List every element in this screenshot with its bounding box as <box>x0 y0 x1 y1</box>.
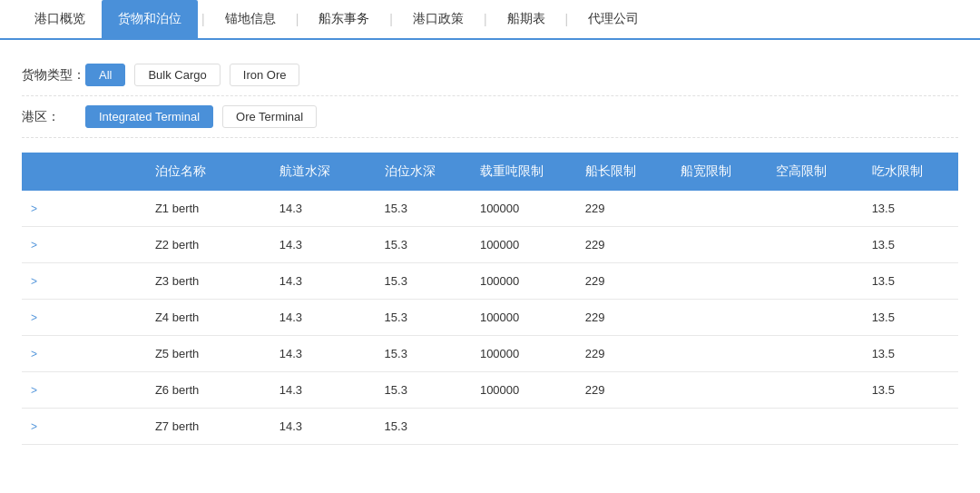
cell-dwt <box>471 409 576 445</box>
th-expand <box>22 153 146 191</box>
cell-width <box>671 191 767 227</box>
cell-height <box>767 336 862 372</box>
top-navigation: 港口概览 货物和泊位 | 锚地信息 | 船东事务 | 港口政策 | 船期表 | … <box>0 0 980 40</box>
cell-dwt: 100000 <box>471 263 576 300</box>
cell-height <box>767 372 862 409</box>
cell-depth: 15.3 <box>376 227 471 263</box>
nav-item-shipowner[interactable]: 船东事务 <box>302 0 386 38</box>
cell-name: Z5 berth <box>146 336 270 372</box>
cell-depth: 15.3 <box>376 263 471 300</box>
cell-channel: 14.3 <box>270 300 376 336</box>
th-height: 空高限制 <box>767 153 862 191</box>
th-draft: 吃水限制 <box>863 153 958 191</box>
cargo-type-filter-row: 货物类型： All Bulk Cargo Iron Ore <box>22 54 958 96</box>
table-row[interactable]: >Z7 berth14.315.3 <box>22 409 958 445</box>
cell-depth: 15.3 <box>376 372 471 409</box>
cell-width <box>671 372 767 409</box>
cell-depth: 15.3 <box>376 191 471 227</box>
nav-item-overview[interactable]: 港口概览 <box>18 0 102 38</box>
cell-dwt: 100000 <box>471 227 576 263</box>
cell-name: Z4 berth <box>146 300 270 336</box>
cell-width <box>671 336 767 372</box>
expand-arrow-icon[interactable]: > <box>31 420 43 433</box>
cell-draft: 13.5 <box>863 191 958 227</box>
expand-arrow-icon[interactable]: > <box>31 239 43 251</box>
cell-draft: 13.5 <box>863 336 958 372</box>
nav-item-agent[interactable]: 代理公司 <box>572 0 655 38</box>
cell-dwt: 100000 <box>471 191 576 227</box>
cell-name: Z1 berth <box>146 191 270 227</box>
th-width: 船宽限制 <box>671 153 767 191</box>
cell-channel: 14.3 <box>270 372 376 409</box>
cell-dwt: 100000 <box>471 300 576 336</box>
nav-item-schedule[interactable]: 船期表 <box>491 0 562 38</box>
table-row[interactable]: >Z4 berth14.315.310000022913.5 <box>22 300 958 336</box>
cell-name: Z2 berth <box>146 227 270 263</box>
cargo-filter-buttons: All Bulk Cargo Iron Ore <box>85 64 299 86</box>
table-row[interactable]: >Z1 berth14.315.310000022913.5 <box>22 191 958 227</box>
expand-arrow-icon[interactable]: > <box>31 275 43 288</box>
terminal-filter-ore[interactable]: Ore Terminal <box>222 105 317 128</box>
expand-arrow-icon[interactable]: > <box>31 202 43 215</box>
cell-length: 229 <box>576 300 671 336</box>
cell-depth: 15.3 <box>376 300 471 336</box>
table-row[interactable]: >Z6 berth14.315.310000022913.5 <box>22 372 958 409</box>
cell-draft: 13.5 <box>863 372 958 409</box>
nav-separator-4: | <box>480 12 491 26</box>
cell-height <box>767 227 862 263</box>
cell-width <box>671 263 767 300</box>
cell-channel: 14.3 <box>270 263 376 300</box>
cell-channel: 14.3 <box>270 409 376 445</box>
berth-table: 泊位名称 航道水深 泊位水深 载重吨限制 船长限制 船宽限制 空高限制 吃水限制… <box>22 153 958 445</box>
nav-item-cargo[interactable]: 货物和泊位 <box>102 0 198 38</box>
cell-height <box>767 300 862 336</box>
terminal-filter-integrated[interactable]: Integrated Terminal <box>85 105 213 128</box>
cell-name: Z7 berth <box>146 409 270 445</box>
cell-length: 229 <box>576 372 671 409</box>
nav-item-policy[interactable]: 港口政策 <box>397 0 480 38</box>
cargo-filter-all[interactable]: All <box>85 64 125 86</box>
terminal-filter-buttons: Integrated Terminal Ore Terminal <box>85 105 317 128</box>
cell-dwt: 100000 <box>471 336 576 372</box>
table-row[interactable]: >Z2 berth14.315.310000022913.5 <box>22 227 958 263</box>
table-row[interactable]: >Z3 berth14.315.310000022913.5 <box>22 263 958 300</box>
cargo-filter-iron[interactable]: Iron Ore <box>230 64 300 86</box>
cell-length: 229 <box>576 263 671 300</box>
expand-arrow-icon[interactable]: > <box>31 311 43 324</box>
terminal-filter-label: 港区： <box>22 109 85 125</box>
th-berth-depth: 泊位水深 <box>376 153 471 191</box>
cell-channel: 14.3 <box>270 227 376 263</box>
th-berth-name: 泊位名称 <box>146 153 270 191</box>
cell-length: 229 <box>576 191 671 227</box>
cell-depth: 15.3 <box>376 336 471 372</box>
filter-section: 货物类型： All Bulk Cargo Iron Ore 港区： Integr… <box>0 40 980 138</box>
cell-name: Z3 berth <box>146 263 270 300</box>
cell-draft: 13.5 <box>863 263 958 300</box>
nav-separator-3: | <box>386 12 397 26</box>
cell-height <box>767 263 862 300</box>
nav-separator-1: | <box>198 12 209 26</box>
terminal-filter-row: 港区： Integrated Terminal Ore Terminal <box>22 96 958 138</box>
cell-height <box>767 409 862 445</box>
th-length: 船长限制 <box>576 153 671 191</box>
expand-arrow-icon[interactable]: > <box>31 348 43 360</box>
cell-draft <box>863 409 958 445</box>
table-row[interactable]: >Z5 berth14.315.310000022913.5 <box>22 336 958 372</box>
nav-item-anchorage[interactable]: 锚地信息 <box>209 0 292 38</box>
cell-height <box>767 191 862 227</box>
cell-draft: 13.5 <box>863 227 958 263</box>
cell-length <box>576 409 671 445</box>
expand-arrow-icon[interactable]: > <box>31 384 43 397</box>
table-header-row: 泊位名称 航道水深 泊位水深 载重吨限制 船长限制 船宽限制 空高限制 吃水限制 <box>22 153 958 191</box>
cell-dwt: 100000 <box>471 372 576 409</box>
cell-length: 229 <box>576 227 671 263</box>
cell-draft: 13.5 <box>863 300 958 336</box>
nav-separator-2: | <box>292 12 303 26</box>
cell-width <box>671 300 767 336</box>
cell-depth: 15.3 <box>376 409 471 445</box>
cell-width <box>671 409 767 445</box>
cargo-filter-bulk[interactable]: Bulk Cargo <box>134 64 220 86</box>
th-dwt: 载重吨限制 <box>471 153 576 191</box>
cell-channel: 14.3 <box>270 191 376 227</box>
cell-width <box>671 227 767 263</box>
